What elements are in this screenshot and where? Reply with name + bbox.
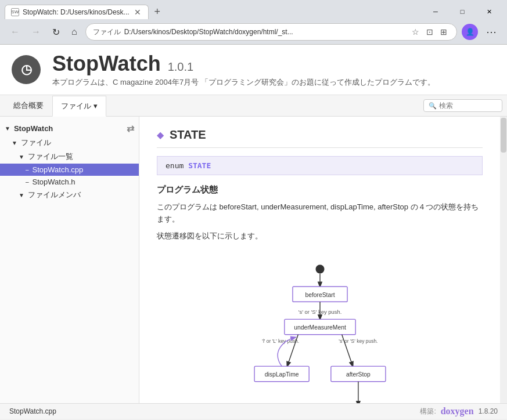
search-input[interactable] [439, 102, 497, 110]
section-desc-1: このプログラムは beforeStart, underMeasurement, … [157, 201, 483, 226]
tab-close-button[interactable]: ✕ [133, 8, 142, 16]
doxygen-version: 1.8.20 [479, 407, 498, 415]
triangle-icon-filelist: ▼ [19, 154, 24, 160]
reader-icon[interactable]: ⊞ [438, 26, 450, 38]
forward-button[interactable]: → [28, 24, 44, 39]
sidebar-item-stopwatch[interactable]: ▼ StopWatch ⇄ [0, 121, 139, 136]
close-button[interactable]: ✕ [476, 3, 502, 20]
home-button[interactable]: ⌂ [68, 24, 81, 39]
diamond-icon: ◆ [157, 129, 164, 140]
triangle-icon-members: ▼ [19, 192, 24, 198]
sidebar: ▼ StopWatch ⇄ ▼ ファイル ▼ ファイル一覧 – StopWatc… [0, 117, 139, 403]
enum-keyword: enum [166, 161, 188, 170]
status-right: 構築: doxygen 1.8.20 [420, 406, 498, 417]
window-controls: ─ □ ✕ [422, 3, 502, 20]
triangle-icon-files: ▼ [12, 140, 17, 146]
scrollbar[interactable] [500, 117, 507, 403]
enum-declaration: enum STATE [157, 156, 483, 175]
doc-subtitle: 本プログラムは、C magazine 2004年7月号 「プログラミング研究会」… [52, 77, 435, 88]
tab-title: StopWatch: D:/Users/kinos/Desk... [23, 8, 130, 16]
url-bar[interactable]: ファイル D:/Users/kinos/Desktop/StopWatch/do… [85, 23, 457, 41]
bookmark-icon[interactable]: ☆ [409, 26, 422, 38]
tab-favicon: SW [11, 8, 19, 16]
diagram-svg: beforeStart 's' or 'S' key push. underMe… [239, 258, 401, 403]
refresh-button[interactable]: ↻ [49, 24, 63, 40]
dash-icon-cpp: – [26, 166, 29, 173]
new-tab-button[interactable]: + [151, 5, 164, 19]
tab-bar: SW StopWatch: D:/Users/kinos/Desk... ✕ +… [0, 0, 507, 20]
address-bar: ← → ↻ ⌂ ファイル D:/Users/kinos/Desktop/Stop… [0, 20, 507, 44]
sidebar-item-filemembers[interactable]: ▼ ファイルメンバ [0, 188, 139, 202]
collections-icon[interactable]: ⊡ [424, 26, 436, 38]
content-title: STATE [170, 128, 206, 142]
main-content: ◆ STATE enum STATE プログラム状態 このプログラムは befo… [139, 117, 500, 403]
search-icon: 🔍 [429, 102, 437, 110]
main-layout: ▼ StopWatch ⇄ ▼ ファイル ▼ ファイル一覧 – StopWatc… [0, 117, 507, 403]
doc-title: StopWatch [52, 52, 161, 76]
tab-files[interactable]: ファイル ▾ [52, 96, 106, 117]
scroll-thumb[interactable] [501, 118, 506, 153]
sidebar-nav-icon[interactable]: ⇄ [127, 123, 134, 134]
status-bar: StopWatch.cpp 構築: doxygen 1.8.20 [0, 403, 507, 419]
browser-chrome: SW StopWatch: D:/Users/kinos/Desk... ✕ +… [0, 0, 507, 45]
status-file: StopWatch.cpp [9, 407, 56, 415]
sidebar-item-files[interactable]: ▼ ファイル [0, 136, 139, 150]
sidebar-label-files: ファイル [21, 137, 51, 148]
sidebar-label-filelist: ファイル一覧 [28, 151, 73, 162]
sidebar-label-members: ファイルメンバ [28, 190, 81, 200]
page-content: ◷ StopWatch 1.0.1 本プログラムは、C magazine 200… [0, 45, 507, 403]
sidebar-item-stopwatch-cpp[interactable]: – StopWatch.cpp [0, 164, 139, 176]
doc-title-row: StopWatch 1.0.1 [52, 52, 435, 76]
profile-avatar[interactable]: 👤 [462, 24, 478, 40]
search-box[interactable]: 🔍 [423, 99, 502, 112]
program-state-title: プログラム状態 [157, 184, 483, 195]
doc-version: 1.0.1 [168, 60, 193, 74]
dash-icon-h: – [26, 179, 29, 185]
sidebar-label-h: StopWatch.h [33, 178, 75, 186]
restore-button[interactable]: □ [449, 3, 476, 20]
minimize-button[interactable]: ─ [422, 3, 449, 20]
url-actions: ☆ ⊡ ⊞ [409, 26, 450, 38]
content-title-bar: ◆ STATE [157, 128, 483, 148]
triangle-icon: ▼ [5, 125, 10, 132]
url-protocol: ファイル [93, 27, 121, 37]
label-undermeasurement: underMeasureMent [294, 325, 346, 331]
doc-title-block: StopWatch 1.0.1 本プログラムは、C magazine 2004年… [52, 52, 435, 88]
doc-navbar: 総合概要 ファイル ▾ 🔍 [0, 95, 507, 117]
sidebar-label-stopwatch: StopWatch [14, 124, 53, 133]
browser-tab[interactable]: SW StopWatch: D:/Users/kinos/Desk... ✕ [5, 5, 149, 19]
doc-logo: ◷ [12, 55, 41, 84]
start-node [315, 265, 324, 274]
tab-overview[interactable]: 総合概要 [5, 95, 52, 116]
sidebar-item-filelist[interactable]: ▼ ファイル一覧 [0, 150, 139, 164]
label-l-push: 'l' or 'L' key push. [262, 338, 299, 344]
label-beforestart: beforeStart [305, 292, 335, 298]
powered-label: 構築: [420, 407, 436, 417]
label-dislaptime: dispLapTime [264, 372, 299, 378]
enum-name: STATE [188, 161, 211, 170]
doxygen-brand: doxygen [441, 406, 474, 417]
doc-header: ◷ StopWatch 1.0.1 本プログラムは、C magazine 200… [0, 45, 507, 95]
browser-menu-button[interactable]: ⋯ [483, 23, 500, 41]
state-diagram: beforeStart 's' or 'S' key push. underMe… [157, 247, 483, 403]
section-desc-2: 状態遷移図を以下に示します。 [157, 230, 483, 242]
label-afterstop: afterStop [346, 372, 370, 378]
url-text: D:/Users/kinos/Desktop/StopWatch/doxygen… [124, 28, 406, 36]
sidebar-item-stopwatch-h[interactable]: – StopWatch.h [0, 176, 139, 188]
back-button[interactable]: ← [7, 24, 23, 39]
sidebar-label-cpp: StopWatch.cpp [33, 165, 84, 174]
